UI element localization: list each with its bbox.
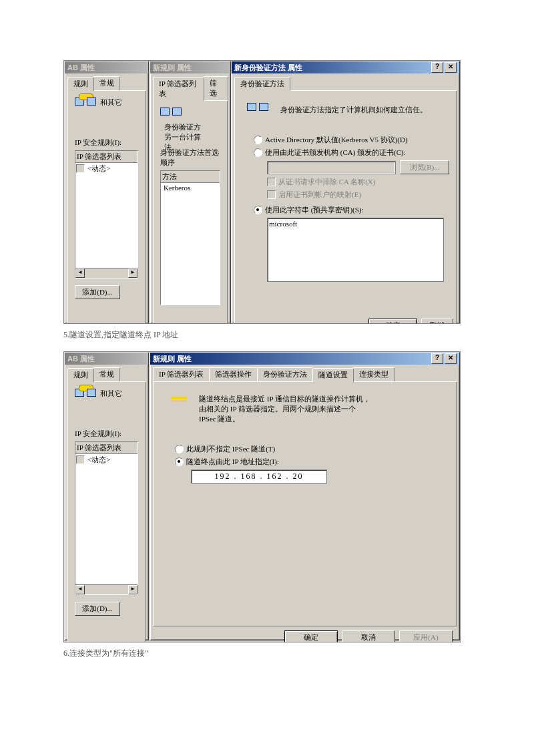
network-icon — [160, 108, 182, 121]
col-header[interactable]: IP 筛选器列表 — [75, 151, 138, 163]
tab-ipfilter[interactable]: IP 筛选器列表 — [153, 367, 210, 381]
tab-filter[interactable]: 筛选 — [204, 76, 228, 100]
radio-tunnel-ip[interactable] — [175, 457, 184, 466]
ip-address-field[interactable]: 192 . 168 . 162 . 20 — [191, 469, 327, 484]
tab-auth[interactable]: 身份验证方法 — [234, 77, 290, 91]
psk-value: microsoft — [269, 220, 297, 228]
add-button[interactable]: 添加(D)... — [75, 285, 120, 299]
titlebar-ab[interactable]: AB 属性 — [65, 61, 148, 73]
apply-button: 应用(A) — [399, 630, 453, 642]
tab-ipfilter[interactable]: IP 筛选器列表 — [153, 77, 204, 101]
screenshot-tunnel: AB 属性 规则 常规 和其它 IP 安全规则(I): IP 筛选器列表 <动态… — [63, 351, 461, 642]
window-ab-properties-2: AB 属性 规则 常规 和其它 IP 安全规则(I): IP 筛选器列表 <动态… — [64, 352, 149, 640]
label-ad: Active Directory 默认值(Kerberos V5 协议)(D) — [265, 135, 408, 145]
label-no-tunnel: 此规则不指定 IPSec 隧道(T) — [186, 444, 275, 454]
title-text: 新规则 属性 — [153, 61, 228, 73]
window-new-rule: 新规则 属性 IP 筛选器列表 筛选 身份验证方 另一台计算 法。 身份验证方法… — [150, 61, 231, 324]
add-button[interactable]: 添加(D)... — [75, 602, 120, 616]
checkbox-dynamic[interactable] — [76, 164, 85, 173]
label-exclude: 从证书请求中排除 CA 名称(X) — [278, 177, 375, 187]
close-button[interactable]: ✕ — [445, 62, 457, 73]
title-text: AB 属性 — [67, 353, 146, 365]
cancel-button[interactable]: 取消 — [421, 319, 453, 324]
browse-button: 浏览(B)... — [400, 160, 449, 174]
network-icon — [247, 103, 268, 116]
checkbox-exclude-ca — [267, 178, 276, 186]
desc-text: 和其它 — [100, 98, 122, 106]
tab-rules[interactable]: 规则 — [67, 368, 94, 382]
tab-general[interactable]: 常规 — [93, 367, 120, 381]
radio-ad[interactable] — [254, 136, 262, 144]
radio-psk[interactable] — [254, 206, 262, 214]
tab-general[interactable]: 常规 — [93, 76, 120, 90]
radio-no-tunnel[interactable] — [175, 445, 184, 453]
col-method[interactable]: 方法 — [161, 171, 220, 183]
window-new-rule-tunnel: 新规则 属性 ? ✕ IP 筛选器列表 筛选器操作 身份验证方法 隧道设置 连接… — [150, 352, 460, 640]
item-dynamic: <动态> — [87, 164, 110, 174]
tab-tunnel[interactable]: 隧道设置 — [312, 368, 354, 382]
psk-textarea[interactable]: microsoft — [267, 218, 444, 282]
checkbox-dynamic[interactable] — [76, 455, 85, 464]
tab-conntype[interactable]: 连接类型 — [353, 367, 394, 381]
tab-auth[interactable]: 身份验证方法 — [257, 367, 313, 381]
titlebar-ab[interactable]: AB 属性 — [65, 353, 148, 365]
cert-field — [267, 161, 396, 174]
screenshot-auth-method: AB 属性 规则 常规 和其它 IP 安全规则(I): IP 筛选器列表 <动态… — [63, 60, 461, 324]
network-icon — [75, 389, 96, 402]
desc-text: 隧道终结点是最接近 IP 通信目标的隧道操作计算机， 由相关的 IP 筛选器指定… — [199, 394, 370, 424]
tunnel-icon — [171, 394, 187, 405]
col-header[interactable]: IP 筛选器列表 — [75, 442, 138, 454]
label-cert: 使用由此证书颁发机构 (CA) 颁发的证书(C): — [265, 148, 406, 158]
caption-6: 6.连接类型为"所有连接" — [63, 648, 461, 659]
label-mapping: 启用证书到帐户的映射(E) — [278, 190, 361, 200]
close-button[interactable]: ✕ — [445, 353, 457, 364]
scrollbar[interactable]: ◄► — [75, 584, 138, 594]
scrollbar[interactable]: ◄► — [75, 268, 138, 278]
titlebar-newrule[interactable]: 新规则 属性 ? ✕ — [150, 353, 459, 365]
help-button[interactable]: ? — [431, 62, 443, 73]
desc-text: 和其它 — [100, 389, 122, 397]
title-text: 新规则 属性 — [153, 353, 430, 365]
ok-button[interactable]: 确定 — [284, 630, 338, 642]
checkbox-cert-mapping — [267, 190, 276, 199]
desc-text: 身份验证方法指定了计算机间如何建立信任。 — [280, 105, 427, 115]
window-ab-properties: AB 属性 规则 常规 和其它 IP 安全规则(I): IP 筛选器列表 <动态… — [64, 61, 149, 324]
cancel-button[interactable]: 取消 — [342, 630, 395, 642]
ok-button[interactable]: 确定 — [368, 319, 417, 324]
network-icon — [75, 98, 96, 111]
titlebar-newrule[interactable]: 新规则 属性 — [150, 61, 230, 73]
rules-label: IP 安全规则(I): — [75, 138, 138, 148]
rules-label: IP 安全规则(I): — [75, 429, 138, 439]
tab-rules[interactable]: 规则 — [67, 77, 94, 91]
radio-cert[interactable] — [254, 148, 262, 157]
title-text: 新身份验证方法 属性 — [234, 61, 430, 73]
help-button[interactable]: ? — [431, 353, 443, 364]
label-tunnel-ip: 隧道终点由此 IP 地址指定(I): — [186, 457, 279, 467]
item-kerberos: Kerberos — [161, 183, 220, 192]
item-dynamic: <动态> — [87, 455, 110, 465]
titlebar-authmethod[interactable]: 新身份验证方法 属性 ? ✕ — [232, 61, 459, 73]
caption-5: 5.隧道设置,指定隧道终点 IP 地址 — [63, 329, 461, 341]
tab-filteraction[interactable]: 筛选器操作 — [209, 367, 258, 381]
window-auth-method: 新身份验证方法 属性 ? ✕ 身份验证方法 身份验证方法指定了计算机间如何建立信… — [231, 61, 460, 324]
desc-text: 身份验证方 另一台计算 法。 — [164, 122, 201, 152]
title-text: AB 属性 — [67, 61, 146, 73]
label-psk: 使用此字符串 (预共享密钥)(S): — [265, 205, 364, 215]
